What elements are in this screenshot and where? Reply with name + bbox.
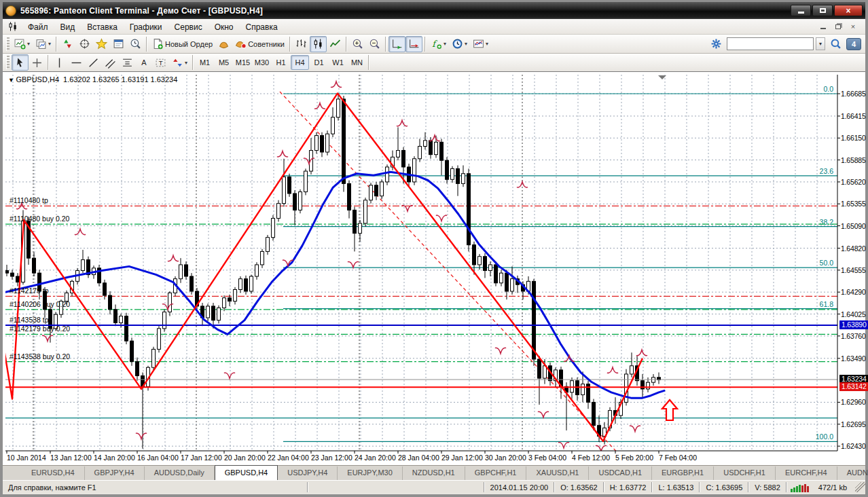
collapse-icon[interactable]: ▼ <box>8 77 16 84</box>
menu-item-0[interactable]: Файл <box>22 21 54 33</box>
timeframe-M5[interactable]: M5 <box>215 55 233 70</box>
tab-EURJPY,M30[interactable]: EURJPY,M30 <box>338 466 402 480</box>
tab-GBPUSD,H4[interactable]: GBPUSD,H4 <box>215 465 278 480</box>
chart-shift-button[interactable] <box>405 36 422 52</box>
horizontal-line-tool-button[interactable] <box>68 54 85 71</box>
time-axis-label: 7 Feb 04:00 <box>659 454 697 462</box>
candle-bull <box>380 182 384 196</box>
autotrading-button[interactable] <box>215 36 232 52</box>
search-button[interactable] <box>827 36 844 52</box>
indicators-button[interactable]: ▾ <box>428 36 449 52</box>
templates-button[interactable]: ▾ <box>470 36 491 52</box>
tab-NZDUSD,H1[interactable]: NZDUSD,H1 <box>403 466 465 480</box>
red-price-badge: 1.63142 <box>839 382 868 391</box>
tab-AUDUSD,Daily[interactable]: AUDUSD,Daily <box>145 466 215 480</box>
window-title: 565896: Panteon Client Terminal - Демо С… <box>20 6 263 16</box>
menu-item-5[interactable]: Окно <box>209 21 240 33</box>
tab-GBPCHF,H1[interactable]: GBPCHF,H1 <box>465 466 527 480</box>
timeframe-M30[interactable]: M30 <box>253 55 271 70</box>
navigator-button[interactable] <box>93 36 110 52</box>
toolbar-grip[interactable] <box>6 37 10 51</box>
vertical-line-tool-button[interactable] <box>51 54 68 71</box>
new-order-button[interactable]: Новый Ордер <box>149 36 215 52</box>
text-label-tool-button[interactable] <box>152 54 169 71</box>
periods-button[interactable]: ▾ <box>449 36 470 52</box>
price-tick-label: 1.65620 <box>841 178 866 186</box>
menu-item-1[interactable]: Вид <box>54 21 82 33</box>
terminal-button[interactable] <box>110 36 127 52</box>
expert-advisors-button[interactable]: Советники <box>232 36 287 52</box>
candle-bull <box>424 141 427 147</box>
chart-canvas[interactable]: 0.023.638.250.061.8100.0 <box>3 72 865 466</box>
data-window-button[interactable] <box>76 36 93 52</box>
fractal-down-icon <box>630 426 640 432</box>
symbol-info[interactable]: ▼ GBPUSD,H4 1.63202 1.63265 1.63191 1.63… <box>8 75 177 84</box>
timeframe-M1[interactable]: M1 <box>196 55 214 70</box>
tab-XAUUSD,H1[interactable]: XAUUSD,H1 <box>526 466 589 480</box>
tab-USDCAD,H1[interactable]: USDCAD,H1 <box>589 466 652 480</box>
arrow-up-object[interactable] <box>662 400 677 420</box>
arrows-tool-button[interactable]: ▾ <box>169 54 190 71</box>
strategy-tester-button[interactable] <box>127 36 144 52</box>
minimize-button[interactable] <box>791 5 811 16</box>
fractal-up-icon <box>314 103 325 109</box>
zoom-out-icon <box>369 38 380 50</box>
clock-icon <box>452 38 463 50</box>
candle-bull <box>369 185 373 200</box>
chart-tabs-bar: EURUSD,H4GBPJPY,H4AUDUSD,DailyGBPUSD,H4U… <box>3 465 865 480</box>
tab-EURGBP,H1[interactable]: EURGBP,H1 <box>652 466 714 480</box>
menu-item-2[interactable]: Вставка <box>81 21 124 33</box>
market-watch-icon <box>62 38 73 50</box>
chart-area[interactable]: 0.023.638.250.061.8100.0 ▼ GBPUSD,H4 1.6… <box>3 71 865 465</box>
settings-button[interactable] <box>708 36 725 52</box>
fractal-up-icon <box>607 367 618 373</box>
candle-bear <box>456 168 460 183</box>
resize-grip[interactable] <box>855 482 865 492</box>
cursor-tool-button[interactable] <box>12 54 29 71</box>
timeframe-H4[interactable]: H4 <box>291 55 309 70</box>
text-tool-button[interactable]: A <box>136 54 152 71</box>
tab-EURUSD,H4[interactable]: EURUSD,H4 <box>22 466 85 480</box>
candle-bull <box>179 265 183 279</box>
child-restore-button[interactable] <box>833 22 844 31</box>
tab-EURCHF,H4[interactable]: EURCHF,H4 <box>776 466 837 480</box>
menu-item-3[interactable]: Графики <box>124 21 168 33</box>
bar-chart-button[interactable] <box>293 36 310 52</box>
menu-item-4[interactable]: Сервис <box>168 21 209 33</box>
trendline-tool-button[interactable] <box>85 54 102 71</box>
channel-tool-button[interactable] <box>102 54 119 71</box>
timeframe-W1[interactable]: W1 <box>329 55 347 70</box>
notifications-badge[interactable]: 4 <box>846 38 861 50</box>
child-close-button[interactable]: × <box>848 22 858 31</box>
menu-item-6[interactable]: Справка <box>240 21 284 33</box>
candle-bull <box>647 382 650 389</box>
timeframe-MN[interactable]: MN <box>348 55 366 70</box>
new-chart-button[interactable]: ▾ <box>12 36 33 52</box>
search-dropdown-button[interactable]: ▾ <box>816 37 825 50</box>
timeframe-M15[interactable]: M15 <box>234 55 252 70</box>
profiles-button[interactable]: ▾ <box>33 36 54 52</box>
line-chart-button[interactable] <box>327 36 344 52</box>
search-input[interactable] <box>727 37 814 50</box>
tab-GBPJPY,H4[interactable]: GBPJPY,H4 <box>85 466 145 480</box>
maximize-button[interactable] <box>812 5 833 16</box>
timeframe-H1[interactable]: H1 <box>272 55 290 70</box>
candle-bull <box>158 329 161 350</box>
crosshair-tool-button[interactable] <box>29 54 46 71</box>
close-button[interactable]: × <box>834 5 863 16</box>
zoom-out-button[interactable] <box>366 36 383 52</box>
child-minimize-button[interactable] <box>818 22 829 31</box>
tab-USDJPY,H4[interactable]: USDJPY,H4 <box>278 466 338 480</box>
auto-scroll-button[interactable] <box>388 36 405 52</box>
candle-bull <box>543 366 547 378</box>
status-field-3: L: 1.63513 <box>653 483 699 492</box>
title-bar: 565896: Panteon Client Terminal - Демо С… <box>3 2 865 19</box>
fibonacci-tool-button[interactable] <box>119 54 136 71</box>
market-watch-button[interactable] <box>59 36 76 52</box>
zoom-in-button[interactable] <box>349 36 366 52</box>
toolbar-grip[interactable] <box>6 56 10 69</box>
timeframe-D1[interactable]: D1 <box>310 55 328 70</box>
tab-USDCHF,H1[interactable]: USDCHF,H1 <box>714 466 776 480</box>
tab-AUDNZD,H4[interactable]: AUDNZD,H4 <box>837 466 868 480</box>
candlestick-chart-button[interactable] <box>310 36 327 52</box>
